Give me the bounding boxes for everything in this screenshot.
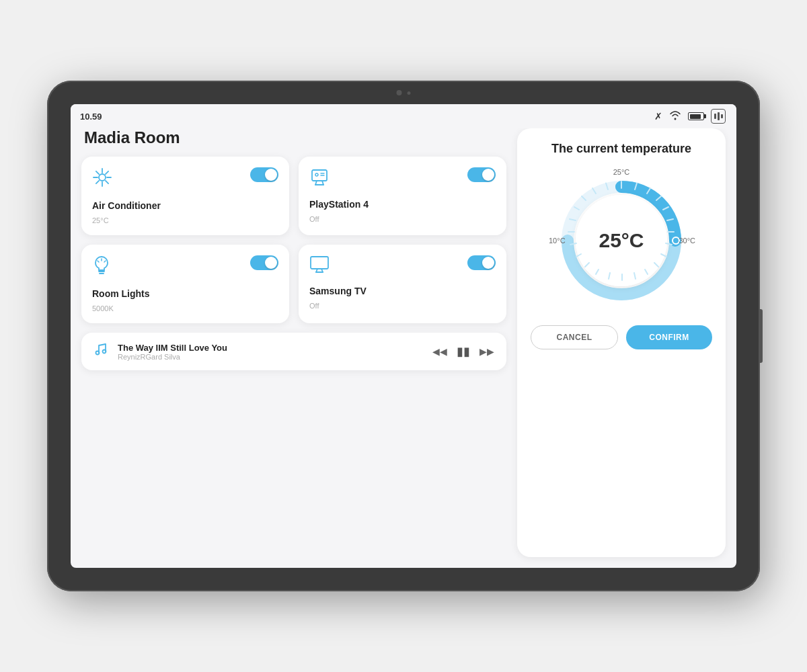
tablet-camera-area [397, 90, 411, 95]
status-time: 10.59 [80, 112, 102, 122]
air-conditioner-status: 25°C [92, 216, 278, 224]
room-lights-status: 5000K [92, 304, 278, 312]
svg-line-6 [106, 181, 108, 183]
svg-point-0 [99, 174, 106, 181]
equalizer-settings-icon[interactable] [711, 109, 726, 124]
samsung-tv-status: Off [309, 302, 496, 310]
card-top-row [92, 167, 278, 192]
prev-button[interactable]: ◀◀ [432, 346, 447, 357]
samsung-tv-toggle[interactable] [467, 255, 496, 270]
temperature-panel: The current temperature [517, 128, 726, 557]
playstation-status: Off [309, 215, 496, 223]
sensor-dot [408, 91, 411, 95]
main-content: Madia Room [71, 128, 736, 568]
svg-line-19 [98, 261, 99, 262]
status-bar: 10.59 ✗ [71, 104, 736, 128]
page-title: Madia Room [84, 128, 506, 147]
tablet-screen: 10.59 ✗ [71, 104, 736, 568]
tablet-frame: 10.59 ✗ [47, 81, 760, 591]
music-controls: ◀◀ ▮▮ ▶▶ [432, 344, 494, 359]
air-conditioner-card[interactable]: Air Conditioner 25°C [81, 157, 289, 235]
playstation-name: PlayStation 4 [309, 199, 496, 210]
temperature-display: 25°C [599, 229, 644, 252]
samsung-tv-icon [309, 255, 330, 278]
samsung-tv-name: Samsung TV [309, 286, 496, 296]
svg-point-25 [96, 351, 100, 355]
music-player-card: The Way IIM Still Love You ReynizRGard S… [81, 333, 506, 370]
svg-point-54 [672, 237, 679, 244]
room-lights-name: Room Lights [92, 288, 278, 299]
air-conditioner-name: Air Conditioner [92, 200, 278, 211]
playstation-icon [309, 167, 330, 191]
wifi-icon [669, 111, 681, 122]
temperature-title: The current temperature [551, 142, 691, 156]
card-top-row-tv [309, 255, 496, 278]
next-button[interactable]: ▶▶ [479, 346, 494, 357]
svg-point-26 [103, 350, 106, 353]
playstation-toggle[interactable] [467, 167, 496, 182]
svg-rect-21 [311, 257, 328, 269]
room-lights-toggle[interactable] [250, 255, 278, 270]
thermostat-dial[interactable]: 10°C 25°C 30°C 25°C [547, 167, 695, 314]
card-top-row-lights [92, 255, 278, 280]
device-grid: Air Conditioner 25°C [81, 157, 506, 323]
room-lights-card[interactable]: Room Lights 5000K [81, 245, 289, 323]
svg-line-20 [104, 261, 106, 262]
music-info: The Way IIM Still Love You ReynizRGard S… [118, 343, 423, 361]
svg-line-7 [106, 171, 108, 174]
air-conditioner-toggle[interactable] [250, 167, 278, 182]
page-title-area: Madia Room [81, 128, 506, 147]
card-top-row-ps [309, 167, 496, 191]
left-panel: Madia Room [81, 128, 506, 557]
music-artist: ReynizRGard Silva [118, 353, 423, 361]
samsung-tv-card[interactable]: Samsung TV Off [299, 245, 506, 323]
status-icons: ✗ [654, 109, 726, 124]
confirm-button[interactable]: CONFIRM [626, 325, 712, 349]
music-note-icon [93, 342, 108, 361]
svg-line-5 [96, 171, 99, 174]
bluetooth-icon: ✗ [654, 111, 662, 122]
pause-button[interactable]: ▮▮ [457, 344, 470, 359]
camera-dot [397, 90, 402, 95]
cancel-button[interactable]: CANCEL [531, 325, 618, 349]
battery-icon [688, 112, 704, 120]
air-conditioner-icon [92, 167, 112, 192]
svg-line-8 [96, 181, 99, 183]
room-lights-icon [92, 255, 111, 280]
music-title: The Way IIM Still Love You [118, 343, 423, 353]
playstation-card[interactable]: PlayStation 4 Off [299, 157, 506, 235]
temperature-action-buttons: CANCEL CONFIRM [531, 325, 712, 349]
svg-point-13 [315, 173, 318, 176]
